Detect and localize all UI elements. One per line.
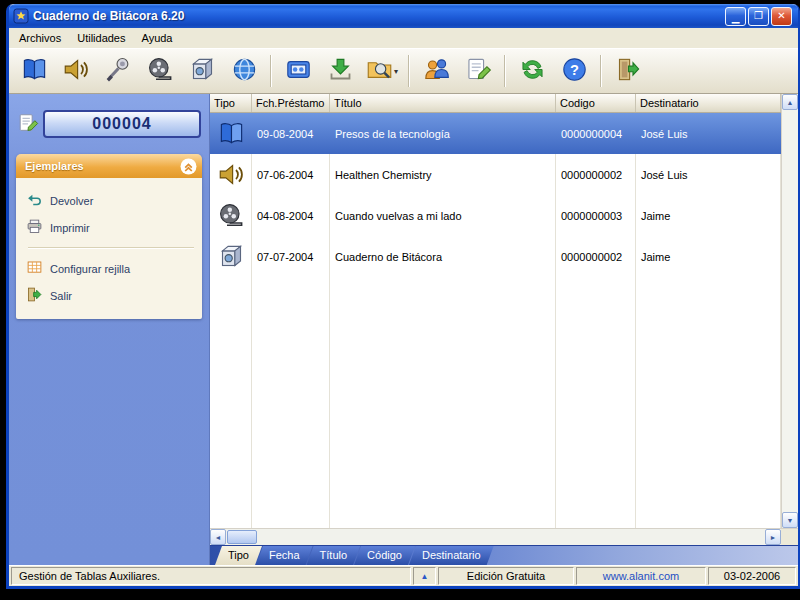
column-header-fch-prestamo[interactable]: Fch.Préstamo <box>252 94 330 112</box>
sidebar: 000004 Ejemplares Devolver Imp <box>9 94 209 565</box>
sidebar-item-configurar-rejilla[interactable]: Configurar rejilla <box>26 255 196 282</box>
app-window: Cuaderno de Bitácora 6.20 ▁ ❐ ✕ Archivos… <box>6 4 800 589</box>
toolbar-separator <box>270 55 272 87</box>
microphone-icon <box>105 56 132 86</box>
column-header-codigo[interactable]: Codigo <box>556 94 636 112</box>
column-header-titulo[interactable]: Título <box>330 94 556 112</box>
globe-icon <box>231 56 258 86</box>
cell-code: 0000000003 <box>556 195 636 236</box>
scroll-right-button[interactable]: ► <box>765 529 781 545</box>
main-area: 000004 Ejemplares Devolver Imp <box>9 94 798 565</box>
grid-icon <box>26 259 43 278</box>
dropdown-arrow-icon: ▾ <box>394 67 398 76</box>
refresh-icon <box>519 56 546 86</box>
toolbar: ▾ ? <box>9 49 798 94</box>
toolbar-speaker-button[interactable] <box>56 52 96 90</box>
film-reel-icon <box>210 195 252 236</box>
cell-recipient: José Luis <box>636 154 781 195</box>
toolbar-users-button[interactable] <box>416 52 456 90</box>
scroll-track[interactable] <box>258 529 765 545</box>
toolbar-separator <box>600 55 602 87</box>
scroll-left-button[interactable]: ◄ <box>210 529 226 545</box>
toolbar-globe-button[interactable] <box>224 52 264 90</box>
column-header-destinatario[interactable]: Destinatario <box>636 94 781 112</box>
toolbar-import-button[interactable] <box>320 52 360 90</box>
menu-utilidades[interactable]: Utilidades <box>69 29 133 47</box>
toolbar-software-box-button[interactable] <box>182 52 222 90</box>
cell-title: Cuaderno de Bitácora <box>330 236 556 277</box>
table-row[interactable]: 07-06-2004 Healthen Chemistry 0000000002… <box>210 154 781 195</box>
cell-code: 0000000004 <box>556 113 636 154</box>
speaker-icon <box>63 56 90 86</box>
cell-date: 07-07-2004 <box>252 236 330 277</box>
toolbar-exit-button[interactable] <box>608 52 648 90</box>
window-title: Cuaderno de Bitácora 6.20 <box>33 9 721 23</box>
software-box-icon <box>189 56 216 86</box>
tab-fecha[interactable]: Fecha <box>256 546 313 565</box>
toolbar-film-reel-button[interactable] <box>140 52 180 90</box>
exit-icon <box>615 56 642 86</box>
content-pane: Tipo Fch.Préstamo Título Codigo Destinat… <box>209 94 798 565</box>
toolbar-help-button[interactable]: ? <box>554 52 594 90</box>
scroll-thumb[interactable] <box>227 530 257 544</box>
tab-tipo[interactable]: Tipo <box>215 546 262 565</box>
sidebar-item-label: Imprimir <box>50 222 90 234</box>
toolbar-book-button[interactable] <box>14 52 54 90</box>
exit-icon <box>26 286 43 305</box>
scroll-down-button[interactable]: ▼ <box>782 512 798 528</box>
cell-title: Cuando vuelvas a mi lado <box>330 195 556 236</box>
index-tab-strip: Tipo Fecha Título Código Destinatario <box>210 545 798 565</box>
svg-text:?: ? <box>570 62 579 78</box>
collapse-chevron-icon[interactable] <box>180 158 197 175</box>
status-website-link[interactable]: www.alanit.com <box>576 567 706 585</box>
table-row[interactable]: 09-08-2004 Presos de la tecnología 00000… <box>210 113 781 154</box>
cell-date: 04-08-2004 <box>252 195 330 236</box>
toolbar-video-box-button[interactable] <box>278 52 318 90</box>
cell-code: 0000000002 <box>556 236 636 277</box>
book-icon <box>21 56 48 86</box>
import-icon <box>327 56 354 86</box>
toolbar-notes-button[interactable] <box>458 52 498 90</box>
maximize-button[interactable]: ❐ <box>748 7 769 26</box>
status-date: 03-02-2006 <box>708 567 796 585</box>
tab-codigo[interactable]: Código <box>354 546 415 565</box>
menu-ayuda[interactable]: Ayuda <box>134 29 181 47</box>
close-button[interactable]: ✕ <box>771 7 792 26</box>
sidebar-item-devolver[interactable]: Devolver <box>26 187 196 214</box>
help-icon: ? <box>561 56 588 86</box>
speaker-icon <box>210 154 252 195</box>
tab-destinatario[interactable]: Destinatario <box>409 546 494 565</box>
tab-titulo[interactable]: Título <box>307 546 361 565</box>
horizontal-scrollbar[interactable]: ◄ ► <box>210 528 798 545</box>
scroll-up-button[interactable]: ▲ <box>782 94 798 110</box>
panel-separator <box>28 247 194 249</box>
search-folder-icon <box>366 56 393 86</box>
toolbar-microphone-button[interactable] <box>98 52 138 90</box>
toolbar-search-button[interactable]: ▾ <box>362 52 402 90</box>
status-edition: Edición Gratuita <box>438 567 574 585</box>
minimize-button[interactable]: ▁ <box>725 7 746 26</box>
cell-recipient: Jaime <box>636 195 781 236</box>
menu-archivos[interactable]: Archivos <box>11 29 69 47</box>
scrollbar-corner <box>781 529 798 545</box>
book-icon <box>210 113 252 154</box>
vertical-scrollbar[interactable]: ▲ ▼ <box>781 94 798 528</box>
cell-date: 07-06-2004 <box>252 154 330 195</box>
cell-recipient: José Luis <box>636 113 781 154</box>
table-row[interactable]: 04-08-2004 Cuando vuelvas a mi lado 0000… <box>210 195 781 236</box>
ejemplares-panel: Ejemplares Devolver Imprimir <box>16 154 202 319</box>
toolbar-refresh-button[interactable] <box>512 52 552 90</box>
sidebar-item-label: Salir <box>50 290 72 302</box>
column-header-tipo[interactable]: Tipo <box>210 94 252 112</box>
panel-title: Ejemplares <box>25 160 84 172</box>
status-up-arrow-icon[interactable]: ▲ <box>413 567 436 585</box>
sidebar-item-salir[interactable]: Salir <box>26 282 196 309</box>
status-bar: Gestión de Tablas Auxiliares. ▲ Edición … <box>9 565 798 586</box>
table-row[interactable]: 07-07-2004 Cuaderno de Bitácora 00000000… <box>210 236 781 277</box>
scroll-track[interactable] <box>782 110 798 512</box>
cell-title: Healthen Chemistry <box>330 154 556 195</box>
cell-date: 09-08-2004 <box>252 113 330 154</box>
printer-icon <box>26 218 43 237</box>
cell-title: Presos de la tecnología <box>330 113 556 154</box>
sidebar-item-imprimir[interactable]: Imprimir <box>26 214 196 241</box>
